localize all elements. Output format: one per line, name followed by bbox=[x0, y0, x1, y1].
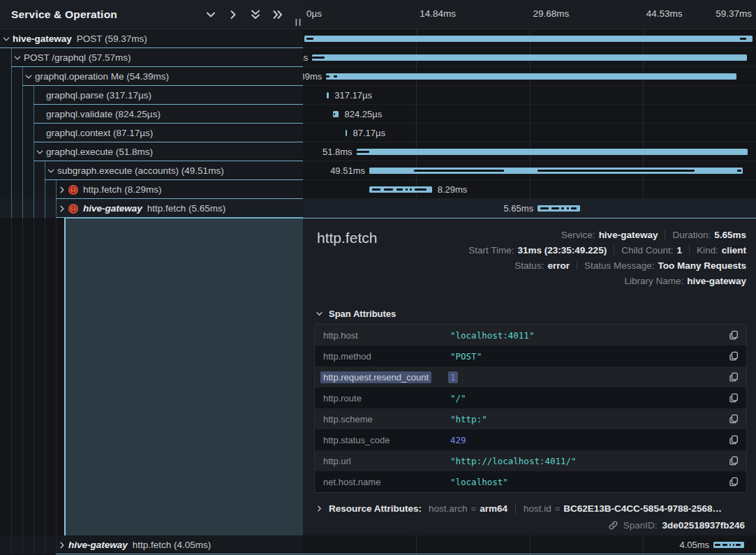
detail-meta-line: Start Time:31ms (23:35:49.225)Child Coun… bbox=[468, 242, 746, 258]
link-icon[interactable] bbox=[608, 520, 618, 531]
span-tree-item[interactable]: graphql.context (87.17µs) bbox=[0, 124, 303, 142]
collapse-chevron-icon[interactable] bbox=[47, 167, 55, 175]
expand-chevron-icon[interactable] bbox=[58, 205, 66, 213]
span-tree-item[interactable]: subgraph.execute (accounts) (49.51ms) bbox=[0, 161, 303, 180]
span-duration-bar[interactable] bbox=[304, 36, 753, 42]
attribute-key: http.request.resend_count bbox=[323, 372, 450, 383]
attribute-value: 429 bbox=[450, 435, 466, 445]
span-row-content: subgraph.execute (accounts) (49.51ms) bbox=[57, 161, 224, 180]
expand-chevron-icon[interactable] bbox=[58, 541, 66, 549]
span-duration-label: 51.8ms bbox=[323, 142, 353, 161]
span-row-content: hive-gatewayhttp.fetch (5.65ms) bbox=[68, 199, 225, 218]
resource-attributes-row[interactable]: Resource Attributes: host.arch=arm64host… bbox=[316, 499, 747, 517]
double-chevron-down-icon[interactable] bbox=[250, 9, 261, 20]
meta-divider bbox=[689, 245, 690, 255]
collapse-chevron-icon[interactable] bbox=[24, 73, 33, 81]
indent-guide bbox=[34, 218, 34, 535]
attribute-value-text: "http:" bbox=[450, 414, 487, 424]
chevron-right-icon[interactable] bbox=[228, 9, 239, 20]
resource-attributes-values: host.arch=arm64host.id=BC62E13B-C4CC-585… bbox=[429, 503, 722, 514]
copy-icon[interactable] bbox=[728, 371, 739, 383]
span-bar-track: 49.51ms bbox=[304, 161, 753, 180]
span-duration-bar[interactable] bbox=[713, 542, 744, 548]
span-duration-bar[interactable] bbox=[327, 92, 329, 98]
span-tree-item[interactable]: hive-gatewayPOST (59.37ms) bbox=[0, 29, 303, 48]
axis-tick: 59.37ms bbox=[716, 8, 752, 19]
span-tree-item[interactable]: http.fetch (8.29ms) bbox=[0, 180, 303, 199]
indent-guide bbox=[56, 218, 57, 535]
span-row-content: graphql.execute (51.8ms) bbox=[46, 142, 153, 161]
detail-meta-line: Library Name:hive-gateway bbox=[468, 273, 746, 288]
span-tree-item[interactable]: hive-gatewayhttp.fetch (4.05ms) bbox=[0, 535, 303, 554]
collapse-chevron-icon[interactable] bbox=[13, 54, 22, 62]
axis-tick: 14.84ms bbox=[420, 8, 456, 19]
child-span-tick bbox=[384, 188, 393, 191]
span-duration-bar[interactable] bbox=[369, 168, 743, 174]
collapse-chevron-icon[interactable] bbox=[2, 35, 10, 43]
span-tree-item[interactable]: graphql.operation Me (54.39ms) bbox=[0, 67, 303, 86]
span-duration-bar[interactable] bbox=[369, 186, 432, 193]
indent-guide bbox=[22, 142, 23, 161]
span-tree-item[interactable]: graphql.parse (317.17µs) bbox=[0, 86, 303, 105]
indent-guide bbox=[34, 142, 34, 161]
span-duration-label: 8.29ms bbox=[438, 180, 468, 199]
span-duration-bar[interactable] bbox=[346, 130, 347, 136]
span-timeline-cell: 51.8ms bbox=[303, 142, 756, 161]
copy-icon[interactable] bbox=[728, 455, 739, 466]
expand-chevron-icon[interactable] bbox=[58, 186, 66, 194]
span-duration-bar[interactable] bbox=[312, 54, 747, 61]
span-tree-item[interactable]: POST /graphql (57.57ms) bbox=[0, 48, 303, 67]
span-attributes-table: http.host"localhost:4011"http.method"POS… bbox=[314, 324, 747, 493]
child-span-tick bbox=[396, 188, 403, 191]
span-row: graphql.validate (824.25µs)824.25µs bbox=[0, 105, 756, 124]
span-id-label: SpanID: bbox=[623, 520, 658, 531]
span-tree-item[interactable]: graphql.execute (51.8ms) bbox=[0, 142, 303, 161]
span-duration-bar[interactable] bbox=[538, 205, 580, 212]
span-attributes-header[interactable]: Span Attributes bbox=[316, 309, 396, 319]
span-timeline-cell: 5.65ms bbox=[303, 199, 756, 218]
attribute-value-text: 429 bbox=[450, 435, 466, 445]
attribute-key-text: http.request.resend_count bbox=[320, 371, 431, 383]
span-duration-bar[interactable] bbox=[357, 149, 748, 155]
copy-icon[interactable] bbox=[728, 476, 739, 487]
span-timeline-cell: 49.51ms bbox=[303, 161, 756, 180]
span-row: graphql.context (87.17µs)87.17µs bbox=[0, 124, 756, 142]
detail-meta-value: hive-gateway bbox=[599, 230, 658, 240]
panel-resize-handle[interactable]: || bbox=[295, 17, 302, 26]
meta-divider bbox=[665, 230, 665, 239]
attribute-key: net.host.name bbox=[323, 477, 450, 487]
span-tree-item[interactable]: hive-gatewayhttp.fetch (5.65ms) bbox=[0, 199, 303, 218]
span-tree-item[interactable]: graphql.validate (824.25µs) bbox=[0, 105, 303, 124]
span-duration-label: 87.17µs bbox=[353, 124, 385, 142]
child-span-tick bbox=[551, 207, 559, 209]
span-duration-bar[interactable] bbox=[333, 111, 339, 117]
child-span-tick bbox=[729, 544, 731, 546]
attribute-row: http.url"http://localhost:4011/" bbox=[315, 450, 746, 471]
detail-meta-label: Start Time: bbox=[468, 245, 514, 256]
attribute-key-text: http.url bbox=[323, 456, 351, 466]
collapse-chevron-icon[interactable] bbox=[36, 148, 44, 156]
copy-icon[interactable] bbox=[728, 413, 739, 424]
span-row: hive-gatewayhttp.fetch (4.05ms)4.05ms bbox=[0, 535, 756, 554]
attribute-key-text: http.status_code bbox=[323, 435, 390, 445]
span-duration-bar[interactable] bbox=[326, 73, 736, 80]
double-chevron-right-icon[interactable] bbox=[272, 9, 283, 20]
trace-viewer: 0µs 14.84ms 29.68ms 44.53ms 59.37ms Serv… bbox=[0, 0, 756, 555]
axis-tick: 44.53ms bbox=[646, 8, 683, 19]
copy-icon[interactable] bbox=[728, 434, 739, 445]
panel-title: Service & Operation bbox=[11, 8, 117, 21]
chevron-down-icon[interactable] bbox=[205, 9, 216, 20]
copy-icon[interactable] bbox=[728, 392, 739, 404]
attribute-key: http.url bbox=[323, 456, 450, 466]
child-span-tick bbox=[571, 207, 577, 209]
indent-guide bbox=[34, 86, 34, 105]
span-bar-track: 54.39ms bbox=[304, 67, 753, 86]
copy-icon[interactable] bbox=[728, 350, 739, 362]
meta-divider bbox=[577, 260, 577, 270]
detail-meta-value: 1 bbox=[676, 245, 682, 256]
attribute-key-text: http.host bbox=[323, 330, 358, 341]
resource-value: BC62E13B-C4CC-5854-9788-2568… bbox=[563, 503, 722, 514]
copy-icon[interactable] bbox=[728, 330, 739, 341]
child-span-tick bbox=[326, 75, 329, 77]
span-detail-panel: http.fetch Service:hive-gatewayDuration:… bbox=[303, 218, 756, 535]
